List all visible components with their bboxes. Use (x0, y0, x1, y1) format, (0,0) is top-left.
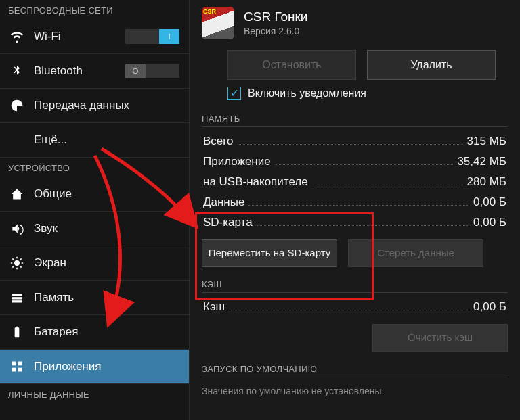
app-size-label: Приложение (203, 155, 271, 168)
data-usage-icon (9, 98, 24, 113)
data-size-value: 0,00 Б (473, 195, 506, 209)
sidebar-item-battery[interactable]: Батарея (0, 315, 189, 350)
svg-rect-7 (18, 368, 22, 372)
move-sd-button[interactable]: Переместить на SD-карту (202, 239, 337, 267)
row-app: Приложение 35,42 МБ (202, 151, 508, 172)
launch-footnote: Значения по умолчанию не установлены. (202, 381, 508, 400)
bluetooth-toggle[interactable] (125, 64, 179, 78)
battery-label: Батарея (34, 325, 78, 339)
svg-rect-3 (12, 300, 22, 302)
storage-label: Память (34, 291, 74, 304)
app-size-value: 35,42 МБ (457, 155, 506, 168)
sidebar-item-data[interactable]: Передача данных (0, 89, 189, 123)
sidebar-item-storage[interactable]: Память (0, 281, 189, 315)
wifi-toggle[interactable] (125, 29, 179, 44)
data-label: Передача данных (34, 99, 129, 112)
uninstall-button[interactable]: Удалить (367, 50, 496, 80)
clear-data-button: Стереть данные (348, 239, 483, 267)
settings-sidebar: БЕСПРОВОДНЫЕ СЕТИ Wi-Fi Bluetooth Переда… (0, 0, 190, 420)
cache-section: КЭШ (202, 275, 508, 293)
brightness-icon (9, 256, 24, 271)
bluetooth-label: Bluetooth (34, 64, 83, 78)
row-usb: на USB-накопителе 280 МБ (202, 172, 508, 192)
wifi-icon (9, 29, 24, 44)
app-header: CSR CSR Гонки Версия 2.6.0 (202, 7, 508, 39)
total-label: Всего (203, 135, 234, 148)
sidebar-item-bluetooth[interactable]: Bluetooth (0, 54, 189, 89)
more-label: Ещё... (34, 133, 67, 147)
usb-label: на USB-накопителе (203, 175, 308, 189)
row-data: Данные 0,00 Б (202, 192, 508, 212)
section-personal: ЛИЧНЫЕ ДАННЫЕ (0, 384, 189, 404)
svg-rect-4 (12, 362, 16, 366)
home-icon (9, 187, 24, 202)
row-total: Всего 315 МБ (202, 131, 508, 151)
sidebar-item-general[interactable]: Общие (0, 177, 189, 212)
sd-value: 0,00 Б (473, 216, 506, 229)
sound-icon (9, 221, 24, 236)
svg-rect-2 (12, 297, 22, 299)
bluetooth-icon (9, 64, 24, 78)
sidebar-item-more[interactable]: Ещё... (0, 123, 189, 158)
memory-section: ПАМЯТЬ (202, 110, 508, 127)
app-info-panel: CSR CSR Гонки Версия 2.6.0 Остановить Уд… (190, 0, 520, 420)
sd-label: SD-карта (203, 216, 253, 229)
row-cache: Кэш 0,00 Б (202, 297, 508, 317)
notifications-row[interactable]: ✓ Включить уведомления (228, 87, 508, 100)
sound-label: Звук (34, 222, 58, 235)
svg-rect-6 (12, 368, 16, 372)
launch-section: ЗАПУСК ПО УМОЛЧАНИЮ (202, 360, 508, 377)
svg-rect-1 (12, 294, 22, 296)
usb-value: 280 МБ (467, 175, 506, 189)
app-version: Версия 2.6.0 (244, 26, 307, 37)
sidebar-item-sound[interactable]: Звук (0, 212, 189, 246)
apps-icon (9, 359, 24, 374)
stop-button: Остановить (228, 50, 356, 80)
battery-icon (9, 325, 24, 340)
apps-label: Приложения (34, 360, 101, 373)
sidebar-item-apps[interactable]: Приложения (0, 350, 189, 384)
display-label: Экран (34, 256, 66, 270)
general-label: Общие (34, 187, 72, 201)
cache-value: 0,00 Б (473, 300, 506, 314)
svg-rect-5 (18, 362, 22, 366)
svg-point-0 (14, 260, 20, 266)
row-sd: SD-карта 0,00 Б (202, 212, 508, 233)
clear-cache-button: Очистить кэш (372, 324, 508, 352)
checkbox-icon[interactable]: ✓ (228, 87, 241, 100)
blank-icon (9, 133, 24, 147)
storage-icon (9, 290, 24, 305)
app-title: CSR Гонки (244, 9, 307, 24)
sidebar-item-wifi[interactable]: Wi-Fi (0, 20, 189, 54)
cache-label: Кэш (203, 300, 225, 314)
section-wireless: БЕСПРОВОДНЫЕ СЕТИ (0, 0, 189, 20)
notifications-label: Включить уведомления (248, 87, 366, 99)
wifi-label: Wi-Fi (34, 30, 61, 43)
data-size-label: Данные (203, 195, 244, 209)
total-value: 315 МБ (467, 135, 506, 148)
sidebar-item-display[interactable]: Экран (0, 246, 189, 281)
section-device: УСТРОЙСТВО (0, 158, 189, 177)
app-icon: CSR (202, 7, 234, 39)
